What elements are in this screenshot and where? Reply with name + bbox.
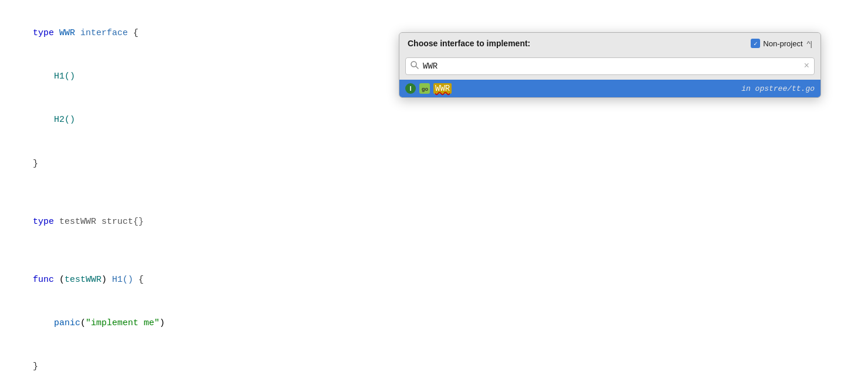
dialog-title: Choose interface to implement: — [408, 39, 530, 48]
results-list: I go WWR in opstree/tt.go — [399, 80, 820, 97]
code-keyword-type-2: type — [33, 217, 59, 227]
code-string-1: "implement me" — [86, 318, 160, 328]
code-text: ) — [101, 275, 112, 285]
code-brace-close-2: } — [33, 362, 38, 371]
code-name-wwr: WWR — [59, 28, 75, 38]
non-project-label: Non-project — [763, 39, 802, 48]
clear-search-button[interactable]: × — [803, 62, 809, 71]
code-method-h1: H1() — [33, 71, 75, 81]
code-testwwr-name: testWWR — [59, 217, 96, 227]
search-input-wrapper: × — [405, 57, 815, 75]
code-panic-1: panic — [54, 318, 80, 328]
svg-text:go: go — [422, 86, 428, 92]
interface-icon: I — [405, 83, 416, 94]
code-keyword-interface: interface — [75, 28, 128, 38]
code-text: ( — [54, 275, 65, 285]
search-row: × — [399, 54, 820, 80]
go-file-icon: go — [419, 83, 430, 94]
collapse-icon[interactable]: ^| — [807, 39, 812, 48]
code-keyword-func-1: func — [33, 275, 54, 285]
choose-interface-dialog: Choose interface to implement: Non-proje… — [399, 32, 821, 98]
non-project-checkbox[interactable] — [751, 39, 760, 48]
code-struct: struct{} — [96, 217, 144, 227]
code-receiver-1: testWWR — [65, 275, 101, 285]
result-item[interactable]: I go WWR in opstree/tt.go — [399, 80, 820, 97]
code-keyword-type-1: type — [33, 28, 59, 38]
search-input[interactable] — [423, 62, 799, 71]
non-project-area: Non-project ^| — [751, 39, 812, 48]
dialog-header: Choose interface to implement: Non-proje… — [399, 33, 820, 54]
code-brace-close-1: } — [33, 159, 38, 169]
code-paren-1: ( — [80, 318, 86, 328]
code-method-h2: H2() — [33, 115, 75, 125]
search-icon — [411, 61, 419, 71]
code-brace-func-1: { — [133, 275, 144, 285]
code-brace: { — [128, 28, 138, 38]
result-name: WWR — [433, 83, 452, 94]
code-indent — [33, 318, 54, 328]
code-paren-close-1: ) — [160, 318, 165, 328]
svg-line-1 — [416, 66, 418, 69]
code-method-h1-def: H1() — [112, 275, 133, 285]
result-location: in opstree/tt.go — [741, 84, 815, 93]
